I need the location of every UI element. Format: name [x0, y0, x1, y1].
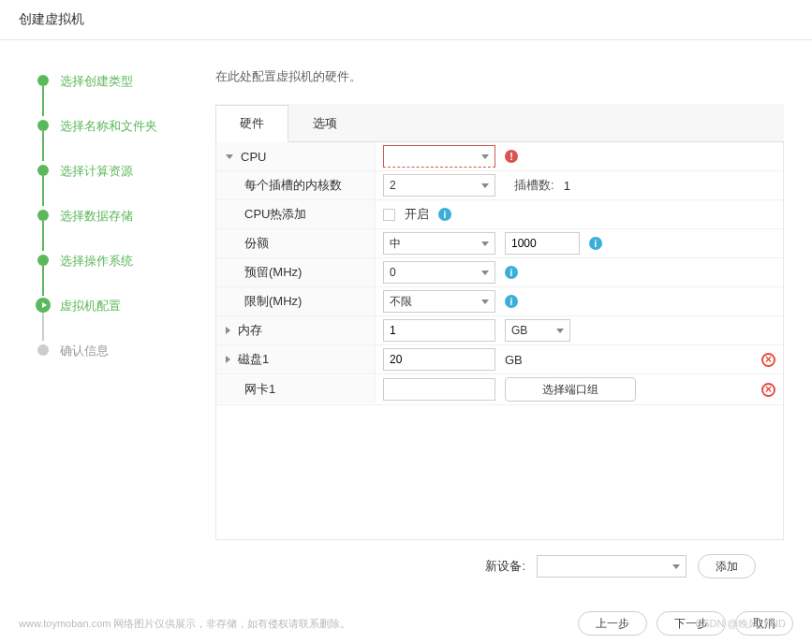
step-dot-icon: [37, 344, 49, 356]
share-select[interactable]: 中: [383, 232, 495, 255]
step-line: [42, 131, 44, 161]
new-device-row: 新设备: 添加: [215, 540, 784, 593]
row-memory: 内存 GB: [216, 316, 783, 345]
disk1-unit: GB: [505, 353, 523, 367]
limit-select[interactable]: 不限: [383, 290, 495, 313]
dialog-title: 创建虚拟机: [0, 0, 812, 40]
new-device-label: 新设备:: [485, 558, 525, 575]
step-select-name[interactable]: 选择名称和文件夹: [37, 118, 169, 135]
cores-select[interactable]: 2: [383, 174, 495, 197]
tab-hardware[interactable]: 硬件: [215, 105, 288, 142]
nic1-input[interactable]: [383, 378, 495, 401]
sockets-value: 1: [564, 179, 570, 193]
row-share: 份额 中 i: [216, 229, 783, 258]
chevron-down-icon: [672, 564, 680, 569]
sockets-label: 插槽数:: [514, 177, 554, 194]
step-line: [42, 221, 44, 251]
row-nic1: 网卡1 选择端口组 ×: [216, 374, 783, 405]
step-current-icon: [36, 298, 51, 313]
step-select-storage[interactable]: 选择数据存储: [37, 208, 169, 225]
step-select-type[interactable]: 选择创建类型: [37, 73, 169, 90]
delete-icon[interactable]: ×: [761, 383, 775, 397]
step-label: 选择操作系统: [60, 254, 133, 268]
chevron-down-icon[interactable]: [226, 154, 233, 159]
hotadd-checkbox[interactable]: [383, 209, 395, 221]
page-description: 在此处配置虚拟机的硬件。: [215, 68, 784, 85]
label-cpu[interactable]: CPU: [216, 142, 376, 170]
step-dot-icon: [37, 255, 49, 266]
step-label: 选择名称和文件夹: [60, 119, 157, 133]
disk1-input[interactable]: [383, 348, 495, 371]
step-line: [42, 176, 44, 206]
next-button[interactable]: 下一步: [657, 611, 726, 636]
label-nic1: 网卡1: [216, 375, 376, 403]
tab-options[interactable]: 选项: [288, 105, 362, 142]
chevron-down-icon: [481, 271, 489, 275]
row-limit: 限制(MHz) 不限 i: [216, 287, 783, 316]
step-select-os[interactable]: 选择操作系统: [37, 253, 169, 270]
tab-bar: 硬件 选项: [215, 104, 784, 142]
chevron-down-icon: [481, 300, 489, 304]
step-line: [42, 266, 44, 296]
step-select-compute[interactable]: 选择计算资源: [37, 163, 169, 180]
chevron-right-icon[interactable]: [226, 356, 230, 363]
step-vm-config[interactable]: 虚拟机配置: [37, 298, 169, 315]
step-dot-icon: [37, 210, 49, 221]
row-disk1: 磁盘1 GB ×: [216, 345, 783, 374]
step-line: [42, 311, 44, 341]
info-icon[interactable]: i: [438, 208, 451, 221]
label-limit: 限制(MHz): [216, 287, 376, 315]
error-icon: !: [505, 150, 518, 163]
row-cores: 每个插槽的内核数 2 插槽数: 1: [216, 171, 783, 200]
step-label: 确认信息: [60, 344, 109, 358]
dialog-footer: www.toymoban.com 网络图片仅供展示，非存储，如有侵权请联系删除。…: [0, 602, 812, 644]
select-port-group-button[interactable]: 选择端口组: [505, 377, 636, 402]
reserve-select[interactable]: 0: [383, 261, 495, 284]
row-hotadd: CPU热添加 开启 i: [216, 200, 783, 229]
step-dot-icon: [37, 165, 49, 176]
wizard-steps: 选择创建类型 选择名称和文件夹 选择计算资源 选择数据存储 选择操作系统 虚拟机…: [0, 40, 187, 602]
cancel-button[interactable]: 取消: [735, 611, 793, 636]
dialog-body: 选择创建类型 选择名称和文件夹 选择计算资源 选择数据存储 选择操作系统 虚拟机…: [0, 40, 812, 602]
add-device-button[interactable]: 添加: [698, 554, 756, 578]
info-icon[interactable]: i: [505, 295, 518, 308]
share-value-input[interactable]: [505, 232, 580, 255]
label-memory[interactable]: 内存: [216, 316, 376, 344]
label-cores: 每个插槽的内核数: [216, 171, 376, 199]
hotadd-checkbox-label: 开启: [405, 206, 429, 223]
info-icon[interactable]: i: [589, 237, 602, 250]
step-dot-icon: [37, 120, 49, 131]
hardware-form: CPU ! 每个插槽的内核数 2 插槽数:: [215, 142, 784, 540]
prev-button[interactable]: 上一步: [578, 611, 647, 636]
step-dot-icon: [37, 75, 49, 86]
memory-input[interactable]: [383, 319, 495, 342]
cpu-select[interactable]: [383, 145, 495, 168]
step-confirm: 确认信息: [37, 343, 169, 359]
chevron-down-icon: [556, 329, 564, 333]
chevron-down-icon: [481, 242, 489, 246]
row-cpu: CPU !: [216, 142, 783, 171]
step-label: 选择数据存储: [60, 209, 133, 223]
memory-unit-select[interactable]: GB: [505, 319, 570, 342]
label-disk1[interactable]: 磁盘1: [216, 345, 376, 373]
delete-icon[interactable]: ×: [761, 353, 775, 367]
step-label: 选择创建类型: [60, 74, 133, 88]
label-reserve: 预留(MHz): [216, 258, 376, 286]
label-hotadd: CPU热添加: [216, 200, 376, 228]
step-label: 虚拟机配置: [60, 299, 121, 313]
step-label: 选择计算资源: [60, 164, 133, 178]
new-device-select[interactable]: [537, 555, 687, 578]
chevron-down-icon: [481, 154, 489, 159]
content-area: 在此处配置虚拟机的硬件。 硬件 选项 CPU !: [187, 40, 812, 602]
info-icon[interactable]: i: [505, 266, 518, 279]
chevron-right-icon[interactable]: [226, 327, 230, 334]
watermark-left: www.toymoban.com 网络图片仅供展示，非存储，如有侵权请联系删除。: [19, 617, 350, 631]
label-share: 份额: [216, 229, 376, 257]
row-reserve: 预留(MHz) 0 i: [216, 258, 783, 287]
chevron-down-icon: [481, 183, 489, 188]
step-line: [42, 86, 44, 116]
